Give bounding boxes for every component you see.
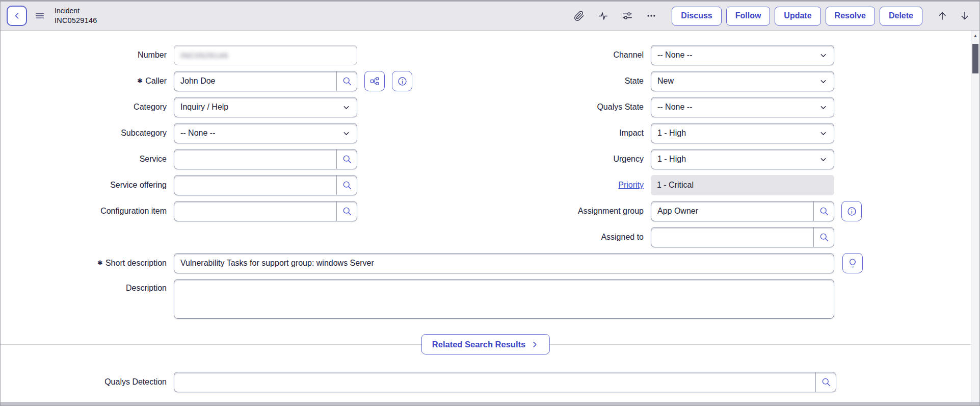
urgency-select[interactable]: 1 - High [651,149,834,169]
assigned-to-lookup-button[interactable] [813,227,834,247]
qualys-detection-input[interactable] [174,372,815,392]
delete-button[interactable]: Delete [880,7,922,26]
configuration-item-label: Configuration item [1,207,174,216]
assigned-to-input[interactable] [651,227,813,247]
search-icon [819,206,829,216]
chevron-down-icon [819,129,828,138]
service-field [174,149,357,169]
more-options-button[interactable] [644,9,658,23]
arrow-up-icon [937,10,948,21]
field-row-qualys-state: Qualys State -- None -- [486,97,971,117]
hamburger-icon [34,10,45,21]
short-description-field [174,253,834,273]
service-label: Service [1,155,174,164]
category-label: Category [1,103,174,112]
qualys-detection-lookup-button[interactable] [815,372,836,392]
previous-record-button[interactable] [935,8,950,23]
caller-org-chart-button[interactable] [364,71,385,91]
urgency-label: Urgency [486,155,651,164]
assignment-group-input[interactable] [651,201,813,221]
chevron-down-icon [819,155,828,164]
related-search-results-button[interactable]: Related Search Results [421,334,550,354]
chevron-down-icon [819,103,828,112]
qualys-state-value: -- None -- [657,103,692,112]
caller-lookup-button[interactable] [336,71,357,91]
chevron-down-icon [819,77,828,86]
configuration-item-lookup-button[interactable] [336,201,357,221]
field-row-caller: ✱Caller [1,71,486,91]
paperclip-icon [574,11,585,21]
assignment-group-lookup-button[interactable] [813,201,834,221]
info-icon [397,76,408,87]
caller-field [174,71,357,91]
caller-preview-button[interactable] [392,71,412,91]
field-row-short-description: ✱Short description [1,253,971,273]
state-label: State [486,77,651,86]
update-button[interactable]: Update [775,7,820,26]
lightbulb-icon [847,258,858,268]
impact-select[interactable]: 1 - High [651,123,834,143]
qualys-state-select[interactable]: -- None -- [651,97,834,117]
subcategory-select[interactable]: -- None -- [174,123,357,143]
record-type-label: Incident [55,6,97,15]
attachment-button[interactable] [572,9,587,23]
chevron-down-icon [342,103,351,112]
short-description-input[interactable] [174,253,834,273]
field-row-assignment-group: Assignment group [486,201,971,221]
field-row-priority: Priority 1 - Critical [486,175,971,195]
form-header: Incident INC0529146 Discuss Follow Updat… [1,2,979,31]
resolve-button[interactable]: Resolve [826,7,875,26]
urgency-value: 1 - High [657,155,686,164]
activity-stream-button[interactable] [596,9,611,23]
vertical-scrollbar[interactable]: ▲ [971,31,979,404]
chevron-down-icon [342,129,351,138]
priority-link[interactable]: Priority [618,181,644,189]
assignment-group-label: Assignment group [486,207,651,216]
service-input[interactable] [174,149,336,169]
service-offering-lookup-button[interactable] [336,175,357,195]
caller-input[interactable] [174,71,336,91]
chevron-right-icon [531,340,539,349]
discuss-button[interactable]: Discuss [672,7,721,26]
field-row-state: State New [486,71,971,91]
back-button[interactable] [7,6,27,26]
channel-select[interactable]: -- None -- [651,45,834,65]
category-select[interactable]: Inquiry / Help [174,97,357,117]
description-textarea[interactable] [174,279,834,319]
assignment-group-preview-button[interactable] [841,201,862,221]
number-redacted-value: INC0529146 [180,51,228,60]
scrollbar-thumb[interactable] [972,44,978,73]
impact-value: 1 - High [657,129,686,138]
info-icon [846,206,857,217]
chevron-down-icon [819,51,828,60]
configuration-item-input[interactable] [174,201,336,221]
field-row-assigned-to: Assigned to [486,227,971,247]
required-marker-icon: ✱ [97,259,103,267]
incident-record-window: Incident INC0529146 Discuss Follow Updat… [0,0,980,406]
related-search-section: Related Search Results [1,334,971,354]
short-description-label: ✱Short description [1,259,174,268]
field-row-service: Service [1,149,486,169]
field-row-subcategory: Subcategory -- None -- [1,123,486,143]
qualys-detection-field [174,372,836,392]
search-icon [342,180,352,190]
incident-form: Number INC0529146 ✱Caller [1,31,971,404]
org-chart-icon [369,76,380,86]
menu-button[interactable] [32,8,47,23]
service-lookup-button[interactable] [336,149,357,169]
follow-button[interactable]: Follow [726,7,771,26]
caller-label: ✱Caller [1,77,174,86]
service-offering-input[interactable] [174,175,336,195]
service-offering-field [174,175,357,195]
qualys-state-label: Qualys State [486,103,651,112]
field-row-service-offering: Service offering [1,175,486,195]
suggestions-button[interactable] [842,253,863,273]
personalize-form-button[interactable] [620,8,635,23]
next-record-button[interactable] [957,8,972,23]
configuration-item-field [174,201,357,221]
search-icon [342,206,352,216]
state-select[interactable]: New [651,71,834,91]
description-label: Description [1,279,174,293]
priority-value: 1 - Critical [651,175,834,195]
scrollbar-up-arrow-icon[interactable]: ▲ [971,31,979,41]
